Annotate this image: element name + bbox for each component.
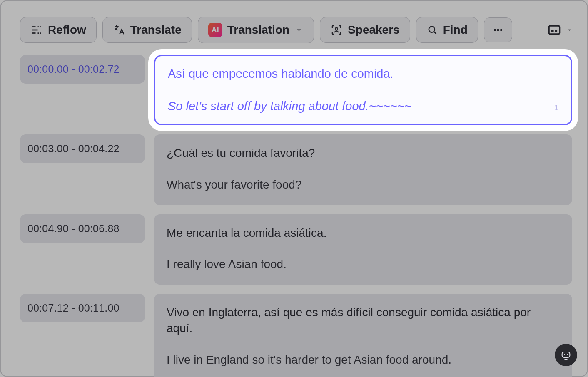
scrollbar-thumb[interactable] [573, 64, 577, 87]
segment-source: ¿Cuál es tu comida favorita? [167, 145, 560, 161]
caret-down-icon [566, 27, 573, 33]
time-to: 00:11.00 [78, 302, 120, 314]
segment-source: Vivo en Inglaterra, así que es más difíc… [167, 305, 560, 336]
segment-row: 00:07.12 - 00:11.00 Vivo en Inglaterra, … [20, 294, 572, 377]
time-from: 00:04.90 [27, 223, 69, 234]
search-icon [426, 24, 438, 36]
time-from: 00:00.00 [27, 63, 69, 75]
segment-source: Me encanta la comida asiática. [167, 225, 560, 241]
find-button[interactable]: Find [416, 17, 478, 43]
svg-point-4 [500, 29, 502, 31]
segment-translation: I live in England so it's harder to get … [167, 352, 560, 368]
speakers-button[interactable]: Speakers [320, 17, 410, 43]
time-chip[interactable]: 00:00.00 - 00:02.72 [20, 55, 145, 84]
reflow-label: Reflow [48, 23, 86, 37]
time-from: 00:07.12 [27, 302, 69, 314]
segment-bubble[interactable]: Vivo en Inglaterra, así que es más difíc… [154, 294, 572, 377]
svg-point-1 [429, 27, 434, 32]
speakers-icon [330, 24, 343, 36]
editor-frame: Reflow Translate AI Translation [0, 0, 588, 377]
segment-bubble[interactable]: ¿Cuál es tu comida favorita? What's your… [154, 134, 572, 205]
chevron-down-icon [294, 25, 304, 35]
time-chip[interactable]: 00:03.00 - 00:04.22 [20, 134, 145, 163]
segment-translation: So let's start off by talking about food… [168, 99, 550, 113]
segment-row: 00:00.00 - 00:02.72 Así que empecemos ha… [20, 55, 572, 125]
svg-point-8 [567, 354, 568, 355]
segment-source: Así que empecemos hablando de comida. [168, 67, 558, 81]
speakers-label: Speakers [348, 23, 400, 37]
translate-label: Translate [130, 23, 182, 37]
translation-dropdown[interactable]: AI Translation [198, 17, 314, 43]
svg-rect-5 [549, 26, 560, 34]
reflow-icon [30, 24, 43, 36]
svg-point-3 [497, 29, 499, 31]
dots-horizontal-icon [492, 24, 504, 36]
caption-icon [547, 23, 561, 37]
time-from: 00:03.00 [27, 143, 69, 154]
reflow-button[interactable]: Reflow [20, 17, 97, 43]
segments-list: 00:00.00 - 00:02.72 Así que empecemos ha… [8, 55, 580, 377]
find-label: Find [443, 23, 468, 37]
svg-point-7 [564, 354, 565, 355]
active-segment-bubble[interactable]: Así que empecemos hablando de comida. So… [154, 55, 572, 125]
time-chip[interactable]: 00:07.12 - 00:11.00 [20, 294, 145, 322]
translate-icon [113, 24, 125, 36]
svg-point-0 [335, 28, 338, 30]
segment-bubble[interactable]: Me encanta la comida asiática. I really … [154, 214, 572, 285]
time-chip[interactable]: 00:04.90 - 00:06.88 [20, 214, 145, 243]
segment-translation: I really love Asian food. [167, 256, 560, 272]
divider [168, 90, 558, 90]
time-to: 00:02.72 [78, 63, 120, 75]
more-button[interactable] [484, 17, 512, 42]
segment-row: 00:03.00 - 00:04.22 ¿Cuál es tu comida f… [20, 134, 572, 205]
time-to: 00:04.22 [78, 143, 120, 154]
segment-index: 1 [554, 104, 558, 112]
segment-row: 00:04.90 - 00:06.88 Me encanta la comida… [20, 214, 572, 285]
ai-icon: AI [208, 23, 222, 37]
translate-button[interactable]: Translate [102, 17, 192, 43]
toolbar: Reflow Translate AI Translation [20, 17, 574, 43]
time-to: 00:06.88 [78, 223, 120, 234]
chat-bot-icon [560, 349, 572, 361]
caption-view-dropdown[interactable] [546, 20, 574, 40]
svg-rect-6 [562, 352, 570, 357]
translation-label: Translation [227, 23, 289, 37]
segment-translation: What's your favorite food? [167, 177, 560, 193]
svg-point-2 [494, 29, 496, 31]
assistant-fab[interactable] [555, 344, 577, 366]
